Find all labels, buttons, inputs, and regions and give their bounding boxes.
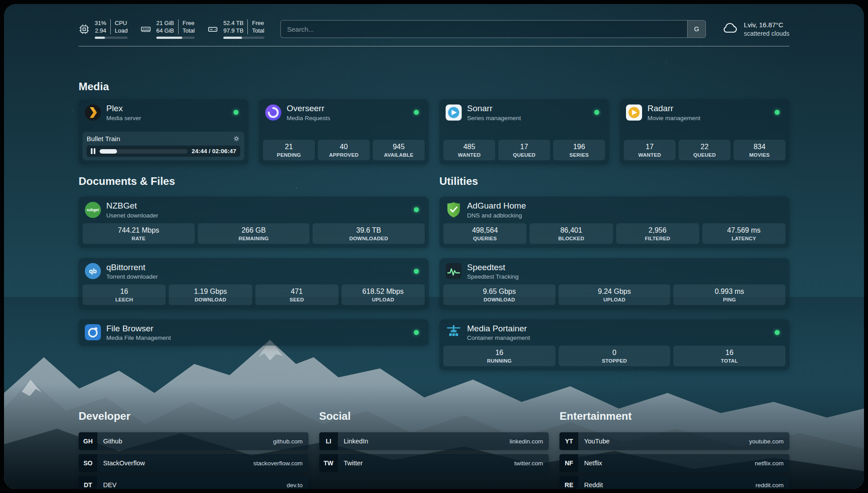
- search-input[interactable]: [281, 25, 687, 33]
- app-subtitle: Media server: [106, 115, 141, 121]
- cpu-label-2: Load: [115, 27, 128, 34]
- bookmark-netflix[interactable]: NF Netflix netflix.com: [559, 454, 789, 472]
- app-name: Overseerr: [287, 104, 330, 113]
- stat-pending: 21PENDING: [263, 140, 315, 160]
- app-subtitle: Speedtest Tracking: [467, 273, 519, 280]
- section-title-entertainment: Entertainment: [559, 410, 789, 422]
- app-subtitle: Torrent downloader: [106, 273, 158, 280]
- stat-approved: 40APPROVED: [318, 140, 370, 160]
- stat-blocked: 86,401BLOCKED: [530, 223, 613, 244]
- system-metrics: 31% 2.94 CPU Load: [79, 19, 264, 39]
- cpu-loadavg: 2.94: [95, 27, 106, 34]
- speedtest-icon: [445, 263, 462, 280]
- bookmark-url: dev.to: [287, 482, 303, 489]
- status-dot: [234, 110, 238, 115]
- bookmark-twitter[interactable]: TW Twitter twitter.com: [319, 454, 549, 472]
- stat-queued: 17QUEUED: [498, 140, 550, 160]
- bookmark-linkedin[interactable]: LI LinkedIn linkedin.com: [319, 432, 549, 450]
- app-card-adguard[interactable]: AdGuard Home DNS and adblocking 498,564Q…: [439, 196, 789, 247]
- bookmark-dev[interactable]: DT DEV dev.to: [79, 476, 309, 489]
- app-name: Speedtest: [467, 263, 519, 272]
- sonarr-icon: [445, 104, 462, 121]
- header-divider: [79, 46, 789, 46]
- stat-available: 945AVAILABLE: [373, 140, 425, 160]
- app-card-portainer[interactable]: Media Portainer Container management 16R…: [439, 319, 789, 370]
- memory-label-1: Free: [183, 19, 195, 27]
- documents-column: Documents & Files nzbget NZBGet: [79, 164, 429, 356]
- bookmark-name: Github: [103, 438, 122, 445]
- bookmark-url: twitter.com: [514, 460, 543, 467]
- app-card-plex[interactable]: Plex Media server Bullet Train: [79, 99, 248, 164]
- svg-text:qb: qb: [89, 267, 96, 275]
- bookmark-github[interactable]: GH Github github.com: [79, 432, 309, 450]
- bookmark-group-social: Social LI LinkedIn linkedin.com TW Twitt…: [319, 410, 549, 489]
- stat-wanted: 17WANTED: [624, 140, 676, 160]
- stat-filtered: 2,956FILTERED: [616, 223, 699, 244]
- stat-running: 16RUNNING: [443, 346, 555, 366]
- disk-free: 52.4 TB: [223, 19, 243, 27]
- cpu-usage-bar: [95, 37, 128, 39]
- app-card-qbittorrent[interactable]: qb qBittorrent Torrent downloader: [79, 258, 429, 309]
- app-subtitle: Movie management: [647, 115, 701, 121]
- app-card-overseerr[interactable]: Overseerr Media Requests 21PENDING 40APP…: [259, 99, 429, 164]
- memory-label-2: Total: [183, 27, 195, 34]
- disk-label-1: Free: [252, 19, 264, 27]
- search-engine-button[interactable]: G: [687, 21, 705, 38]
- dashboard-window: 31% 2.94 CPU Load: [4, 4, 864, 489]
- app-card-radarr[interactable]: Radarr Movie management 17WANTED 22QUEUE…: [620, 99, 789, 164]
- ram-icon: [140, 24, 151, 35]
- bookmark-url: stackoverflow.com: [253, 460, 302, 467]
- filebrowser-icon: [84, 324, 101, 341]
- memory-free: 21 GiB: [156, 19, 174, 27]
- stat-total: 16TOTAL: [673, 346, 785, 366]
- app-subtitle: Usenet downloader: [106, 212, 158, 219]
- disk-usage-bar: [223, 37, 264, 39]
- weather-widget: Lviv, 16.87°C scattered clouds: [722, 21, 789, 37]
- app-card-speedtest[interactable]: Speedtest Speedtest Tracking 9.65 GbpsDO…: [439, 258, 789, 309]
- bookmark-url: reddit.com: [755, 482, 784, 489]
- app-card-nzbget[interactable]: nzbget NZBGet Usenet downloader 74: [79, 196, 429, 247]
- bookmark-name: YouTube: [584, 438, 609, 445]
- adguard-icon: [445, 201, 462, 218]
- status-dot: [775, 330, 780, 335]
- app-card-sonarr[interactable]: Sonarr Series management 485WANTED 17QUE…: [439, 99, 609, 164]
- status-dot: [594, 110, 599, 115]
- app-name: AdGuard Home: [467, 201, 526, 210]
- stat-seed: 471SEED: [255, 284, 338, 305]
- bookmark-abbr: TW: [319, 454, 338, 472]
- bookmark-url: linkedin.com: [509, 438, 543, 445]
- bookmark-abbr: DT: [79, 476, 97, 489]
- app-card-filebrowser[interactable]: File Browser Media File Management: [79, 319, 429, 346]
- media-card-row: Plex Media server Bullet Train: [79, 99, 789, 164]
- app-name: Plex: [106, 104, 141, 113]
- stat-download: 1.19 GbpsDOWNLOAD: [169, 284, 252, 305]
- playback-progress-bar: [100, 149, 188, 154]
- bookmark-abbr: SO: [79, 454, 97, 472]
- bookmark-stackoverflow[interactable]: SO StackOverflow stackoverflow.com: [79, 454, 309, 472]
- bookmark-reddit[interactable]: RE Reddit reddit.com: [559, 476, 789, 489]
- app-subtitle: DNS and adblocking: [467, 212, 526, 219]
- memory-usage-bar: [156, 37, 195, 39]
- bookmark-url: youtube.com: [749, 438, 784, 445]
- disk-label-2: Total: [252, 27, 264, 34]
- stat-ping: 0.993 msPING: [673, 284, 785, 305]
- stat-wanted: 485WANTED: [443, 140, 495, 160]
- bookmark-youtube[interactable]: YT YouTube youtube.com: [559, 432, 789, 450]
- stat-latency: 47.569 msLATENCY: [702, 223, 785, 244]
- stat-rate: 744.21 MbpsRATE: [83, 223, 195, 244]
- bookmark-name: StackOverflow: [103, 460, 145, 467]
- bookmark-name: Reddit: [584, 481, 603, 489]
- bookmark-name: LinkedIn: [344, 438, 368, 445]
- bookmark-abbr: NF: [559, 454, 578, 472]
- app-subtitle: Container management: [467, 334, 530, 341]
- pause-icon[interactable]: [91, 148, 96, 154]
- stat-downloaded: 39.6 TBDOWNLOADED: [313, 223, 425, 244]
- gear-icon[interactable]: [233, 135, 240, 142]
- bookmark-url: github.com: [273, 438, 303, 445]
- section-title-social: Social: [319, 410, 549, 422]
- stat-stopped: 0STOPPED: [559, 346, 671, 366]
- search-bar: G: [280, 20, 706, 38]
- section-title-developer: Developer: [79, 410, 309, 422]
- cloud-icon: [722, 21, 738, 37]
- now-playing-panel: Bullet Train: [83, 132, 244, 160]
